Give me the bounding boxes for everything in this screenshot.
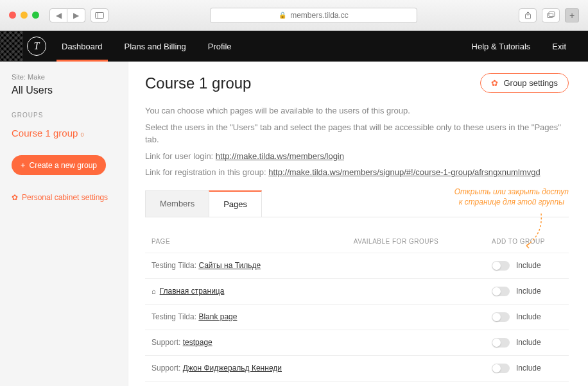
tabs-button[interactable] xyxy=(542,8,560,22)
table-row: ⌂Главная страницаInclude xyxy=(145,278,569,304)
page-cell: Testing Tilda: Blank page xyxy=(145,304,347,330)
new-tab-button[interactable]: + xyxy=(565,8,579,22)
url-text: members.tilda.cc xyxy=(290,11,349,20)
sidebar-item-all-users[interactable]: All Users xyxy=(12,85,116,96)
login-link-line: Link for user login: http://make.tilda.w… xyxy=(145,150,569,163)
page-link[interactable]: Blank page xyxy=(198,312,237,321)
window-controls xyxy=(9,12,39,19)
page-cell: Support: testpage xyxy=(145,330,347,355)
include-toggle[interactable] xyxy=(492,364,510,373)
browser-chrome: ◀ ▶ 🔒 members.tilda.cc + xyxy=(0,0,588,31)
col-add: ADD TO GROUP xyxy=(485,230,569,253)
gear-icon: ✿ xyxy=(12,193,18,202)
description-line-2: Select the users in the "Users" tab and … xyxy=(145,121,569,146)
logo-icon[interactable]: T xyxy=(27,37,46,56)
page-link[interactable]: Сайты на Тильде xyxy=(198,261,261,270)
table-row: Testing Tilda: Сайты на ТильдеInclude xyxy=(145,253,569,278)
pages-table: PAGE AVAILABLE FOR GROUPS ADD TO GROUP T… xyxy=(145,230,569,387)
login-link[interactable]: http://make.tilda.ws/members/login xyxy=(216,151,344,161)
gear-icon: ✿ xyxy=(491,78,498,88)
callout-annotation: Открыть или закрыть доступ к странице дл… xyxy=(454,187,569,207)
table-row: Support: Джон Фиджеральд КеннедиInclude xyxy=(145,355,569,381)
page-prefix: Support: xyxy=(151,364,183,373)
add-cell: Include xyxy=(485,304,569,330)
add-cell: Include xyxy=(485,330,569,355)
available-cell xyxy=(347,355,485,381)
close-window-icon[interactable] xyxy=(9,12,16,19)
back-button[interactable]: ◀ xyxy=(49,8,67,22)
page-cell: Testing Tilda: Сайты на Тильде xyxy=(145,253,347,278)
available-cell xyxy=(347,278,485,304)
available-cell xyxy=(347,253,485,278)
nav-exit[interactable]: Exit xyxy=(549,42,569,51)
signup-link-line: Link for registration in this group: htt… xyxy=(145,166,569,179)
description-line-1: You can choose which pages will be avail… xyxy=(145,105,569,117)
col-available: AVAILABLE FOR GROUPS xyxy=(347,230,485,253)
svg-rect-4 xyxy=(549,12,555,17)
available-cell xyxy=(347,330,485,355)
group-settings-button[interactable]: ✿ Group settings xyxy=(480,73,569,93)
lock-icon: 🔒 xyxy=(279,12,286,19)
group-count-badge: 0 xyxy=(80,131,83,138)
page-cell: Support: Настройки страницы xyxy=(145,381,347,386)
page-link[interactable]: Главная страница xyxy=(160,287,225,296)
forward-button[interactable]: ▶ xyxy=(67,8,85,22)
page-prefix: Testing Tilda: xyxy=(151,261,198,270)
tab-pages[interactable]: Pages xyxy=(209,190,262,217)
page-link[interactable]: testpage xyxy=(183,338,212,347)
include-label: Include xyxy=(516,287,541,296)
svg-rect-3 xyxy=(547,13,553,18)
add-cell: Include xyxy=(485,381,569,386)
minimize-window-icon[interactable] xyxy=(21,12,28,19)
available-cell xyxy=(347,381,485,386)
page-prefix: Testing Tilda: xyxy=(151,312,198,321)
page-prefix: Support: xyxy=(151,338,183,347)
include-label: Include xyxy=(516,364,541,373)
create-group-button[interactable]: + Create a new group xyxy=(12,155,106,175)
tab-members[interactable]: Members xyxy=(145,190,209,217)
table-row: Support: testpageInclude xyxy=(145,330,569,355)
groups-heading: GROUPS xyxy=(12,112,116,119)
svg-rect-0 xyxy=(96,12,104,18)
available-cell xyxy=(347,304,485,330)
table-row: Support: Настройки страницыInclude xyxy=(145,381,569,386)
table-row: Testing Tilda: Blank pageInclude xyxy=(145,304,569,330)
include-toggle[interactable] xyxy=(492,312,510,322)
add-cell: Include xyxy=(485,253,569,278)
sidebar-button[interactable] xyxy=(91,8,108,22)
plus-icon: + xyxy=(21,160,26,170)
include-toggle[interactable] xyxy=(492,261,510,271)
include-label: Include xyxy=(516,261,541,270)
nav-profile[interactable]: Profile xyxy=(205,31,234,62)
nav-dashboard[interactable]: Dashboard xyxy=(59,31,105,62)
share-button[interactable] xyxy=(519,8,537,22)
sidebar: Site: Make All Users GROUPS Course 1 gro… xyxy=(0,62,128,386)
signup-link[interactable]: http://make.tilda.ws/members/signup/#!/c… xyxy=(268,167,540,177)
page-title: Course 1 group xyxy=(145,74,251,92)
site-label: Site: Make xyxy=(12,73,116,81)
add-cell: Include xyxy=(485,278,569,304)
page-cell: ⌂Главная страница xyxy=(145,278,347,304)
nav-plans[interactable]: Plans and Billing xyxy=(122,31,189,62)
page-link[interactable]: Джон Фиджеральд Кеннеди xyxy=(183,364,282,373)
col-page: PAGE xyxy=(145,230,347,253)
main-content: Course 1 group ✿ Group settings You can … xyxy=(128,62,588,386)
nav-help[interactable]: Help & Tutorials xyxy=(469,42,533,51)
brand-pattern xyxy=(0,31,23,62)
include-label: Include xyxy=(516,312,541,321)
include-toggle[interactable] xyxy=(492,338,510,348)
logo-letter: T xyxy=(34,40,40,52)
include-toggle[interactable] xyxy=(492,287,510,296)
page-cell: Support: Джон Фиджеральд Кеннеди xyxy=(145,355,347,381)
address-bar[interactable]: 🔒 members.tilda.cc xyxy=(210,8,417,23)
top-nav: T Dashboard Plans and Billing Profile He… xyxy=(0,31,588,62)
sidebar-item-course1-group[interactable]: Course 1 group 0 xyxy=(12,128,116,138)
add-cell: Include xyxy=(485,355,569,381)
personal-cabinet-link[interactable]: ✿ Personal cabinet settings xyxy=(12,193,116,202)
include-label: Include xyxy=(516,338,541,347)
maximize-window-icon[interactable] xyxy=(32,12,39,19)
home-icon: ⌂ xyxy=(151,287,156,295)
